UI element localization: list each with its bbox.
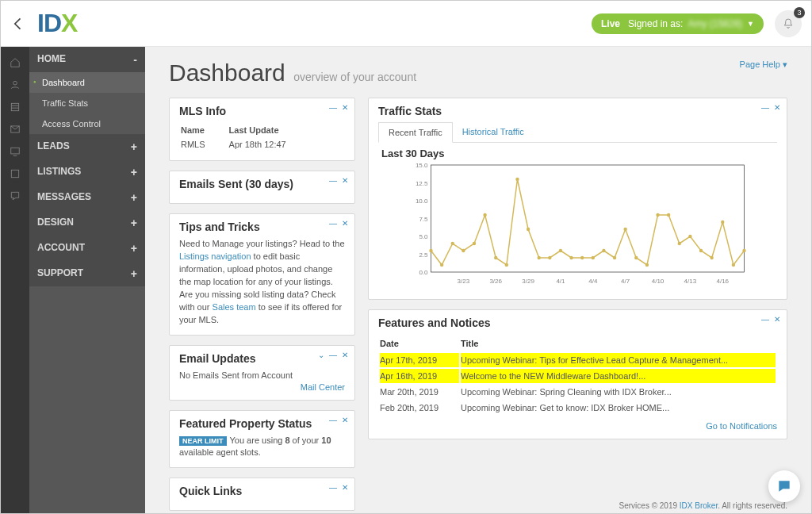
page-help-link[interactable]: Page Help ▾ [740, 59, 787, 70]
svg-text:12.5: 12.5 [416, 180, 428, 187]
sidebar-section-home[interactable]: HOME- [29, 47, 145, 72]
svg-rect-12 [431, 165, 745, 272]
close-icon[interactable]: ✕ [342, 176, 348, 185]
tab-historical-traffic[interactable]: Historical Traffic [453, 122, 534, 142]
collapse-icon[interactable]: — [329, 351, 337, 359]
svg-point-26 [569, 256, 573, 259]
emails-sent-card: —✕ Emails Sent (30 days) [169, 171, 355, 204]
svg-text:3/26: 3/26 [489, 278, 502, 285]
collapse-icon[interactable]: — [329, 176, 337, 185]
card-body: No Emails Sent from Account [179, 370, 345, 382]
home-icon[interactable] [1, 52, 29, 74]
collapse-icon[interactable]: — [329, 219, 337, 228]
svg-point-29 [602, 249, 605, 252]
back-button[interactable] [10, 16, 26, 32]
logo: IDX [37, 9, 77, 38]
sidebar-section-messages[interactable]: MESSAGES+ [29, 185, 145, 210]
mail-center-link[interactable]: Mail Center [301, 382, 345, 392]
idx-broker-link[interactable]: IDX Broker [680, 501, 718, 510]
chevron-down-icon[interactable]: ⌄ [318, 351, 324, 359]
svg-point-42 [742, 249, 745, 252]
svg-text:2.5: 2.5 [419, 251, 428, 259]
account-icon[interactable] [1, 163, 29, 185]
listings-nav-link[interactable]: Listings navigation [179, 251, 251, 261]
user-name: Amy (15828) [688, 18, 742, 29]
sidebar-item-access-control[interactable]: Access Control [29, 113, 145, 134]
design-icon[interactable] [1, 140, 29, 163]
close-icon[interactable]: ✕ [342, 416, 348, 424]
svg-point-31 [623, 228, 626, 231]
notice-row[interactable]: Apr 17th, 2019Upcoming Webinar: Tips for… [380, 353, 776, 367]
svg-text:0.0: 0.0 [419, 269, 428, 276]
sidebar-section-leads[interactable]: LEADS+ [29, 134, 145, 159]
svg-rect-1 [11, 103, 18, 110]
go-to-notifications-link[interactable]: Go to Notifications [706, 421, 777, 431]
sidebar-item-traffic-stats[interactable]: Traffic Stats [29, 93, 145, 113]
sidebar-section-design[interactable]: DESIGN+ [29, 210, 145, 236]
svg-point-39 [710, 256, 713, 259]
page-title: Dashboard [169, 59, 285, 86]
svg-point-37 [688, 235, 691, 238]
close-icon[interactable]: ✕ [342, 483, 348, 492]
svg-text:4/7: 4/7 [621, 278, 630, 285]
sidebar-item-dashboard[interactable]: Dashboard [29, 72, 145, 93]
messages-icon[interactable] [1, 118, 29, 140]
svg-point-21 [515, 178, 519, 181]
close-icon[interactable]: ✕ [774, 103, 780, 112]
sidebar-section-support[interactable]: SUPPORT+ [29, 261, 145, 286]
caret-down-icon: ▼ [747, 20, 754, 28]
support-icon[interactable] [1, 185, 29, 207]
svg-text:3/23: 3/23 [458, 278, 470, 285]
svg-point-18 [483, 213, 486, 217]
account-pill[interactable]: Live Signed in as: Amy (15828) ▼ [592, 13, 764, 34]
svg-text:4/4: 4/4 [588, 278, 598, 285]
svg-point-15 [451, 242, 454, 245]
traffic-chart: 0.02.55.07.510.012.515.03/233/263/294/14… [378, 161, 777, 288]
collapse-icon[interactable]: — [761, 315, 769, 324]
close-icon[interactable]: ✕ [342, 103, 348, 112]
signed-in-label: Signed in as: [628, 18, 683, 29]
svg-point-33 [645, 263, 649, 267]
notice-row[interactable]: Apr 16th, 2019Welcome to the NEW Middlew… [380, 369, 776, 383]
listings-icon[interactable] [1, 96, 29, 118]
main-content: Page Help ▾ Dashboard overview of your a… [145, 47, 811, 514]
featured-status-card: —✕ Featured Property Status NEAR LIMITYo… [169, 410, 355, 469]
card-title: Emails Sent (30 days) [179, 178, 345, 190]
near-limit-badge: NEAR LIMIT [179, 436, 227, 446]
svg-point-24 [548, 256, 551, 259]
collapse-icon[interactable]: — [329, 483, 337, 492]
collapse-icon[interactable]: — [329, 103, 337, 112]
sales-team-link[interactable]: Sales team [213, 302, 256, 312]
svg-point-16 [462, 249, 465, 252]
card-title: MLS Info [179, 105, 345, 117]
notification-count: 3 [794, 7, 805, 18]
svg-point-23 [538, 256, 541, 259]
svg-rect-3 [11, 148, 20, 154]
svg-text:4/1: 4/1 [556, 278, 565, 285]
close-icon[interactable]: ✕ [342, 219, 348, 228]
svg-point-41 [732, 263, 735, 267]
leads-icon[interactable] [1, 74, 29, 96]
svg-point-40 [721, 221, 724, 224]
notice-row[interactable]: Mar 20th, 2019Upcoming Webinar: Spring C… [380, 385, 776, 399]
notice-row[interactable]: Feb 20th, 2019Upcoming Webinar: Get to k… [380, 401, 776, 415]
svg-point-27 [580, 256, 584, 259]
close-icon[interactable]: ✕ [774, 315, 780, 324]
chart-title: Last 30 Days [381, 148, 777, 159]
sidebar-section-account[interactable]: ACCOUNT+ [29, 236, 145, 261]
notifications-button[interactable]: 3 [775, 10, 802, 37]
chat-button[interactable] [768, 470, 800, 502]
svg-point-36 [678, 242, 681, 245]
close-icon[interactable]: ✕ [342, 351, 348, 359]
card-title: Featured Property Status [179, 417, 345, 430]
collapse-icon[interactable]: — [761, 103, 769, 112]
svg-point-32 [634, 256, 638, 259]
footer: Services © 2019 IDX Broker. All rights r… [619, 501, 787, 510]
svg-text:3/29: 3/29 [522, 278, 534, 285]
svg-text:7.5: 7.5 [419, 216, 428, 223]
card-title: Traffic Stats [378, 105, 777, 117]
sidebar-section-listings[interactable]: LISTINGS+ [29, 159, 145, 185]
tab-recent-traffic[interactable]: Recent Traffic [378, 122, 453, 143]
svg-text:5.0: 5.0 [419, 233, 428, 240]
collapse-icon[interactable]: — [329, 416, 337, 424]
